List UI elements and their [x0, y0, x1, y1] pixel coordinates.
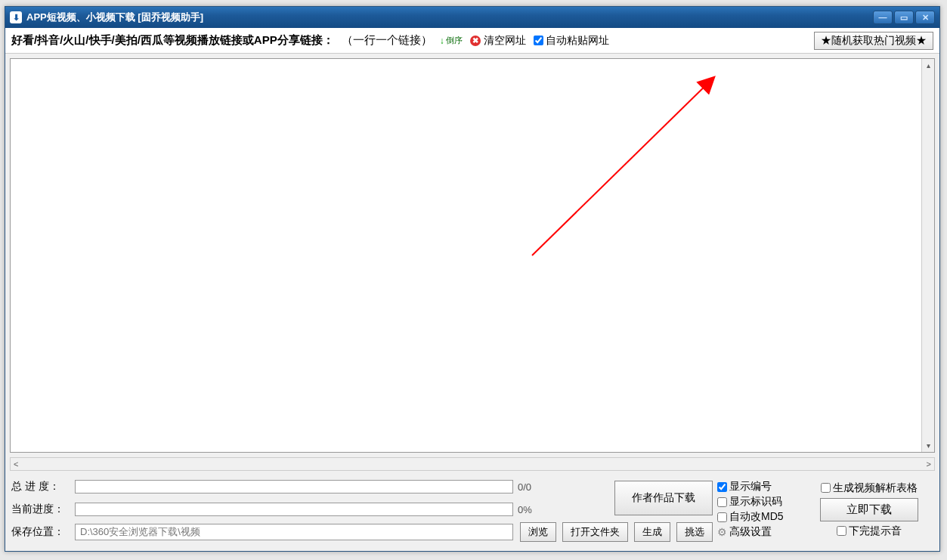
author-download-button[interactable]: 作者作品下载 — [614, 481, 713, 515]
maximize-button[interactable]: ▭ — [894, 11, 914, 24]
generate-button[interactable]: 生成 — [634, 522, 670, 542]
horizontal-scrollbar[interactable]: < > — [10, 457, 935, 471]
current-progress-label: 当前进度： — [11, 503, 70, 516]
advanced-settings-link[interactable]: ⚙ 高级设置 — [717, 525, 800, 539]
show-number-checkbox[interactable]: 显示编号 — [717, 480, 800, 493]
scroll-down-icon[interactable]: ▾ — [922, 439, 934, 452]
auto-paste-checkbox[interactable]: 自动粘贴网址 — [534, 34, 609, 48]
done-sound-checkbox[interactable]: 下完提示音 — [837, 524, 902, 538]
titlebar[interactable]: ⬇ APP短视频、小视频下载 [固乔视频助手] — ▭ ✕ — [5, 7, 939, 28]
auto-md5-input[interactable] — [717, 512, 727, 522]
app-window: ⬇ APP短视频、小视频下载 [固乔视频助手] — ▭ ✕ 好看/抖音/火山/快… — [5, 6, 940, 552]
gear-icon: ⚙ — [717, 526, 727, 538]
browse-button[interactable]: 浏览 — [520, 522, 556, 542]
clear-urls-button[interactable]: ✖ 清空网址 — [470, 34, 526, 48]
save-path-label: 保存位置： — [11, 525, 70, 539]
close-button[interactable]: ✕ — [915, 11, 935, 24]
gen-parse-table-label: 生成视频解析表格 — [833, 481, 918, 495]
scroll-right-icon[interactable]: > — [927, 459, 931, 469]
right-actions: 生成视频解析表格 立即下载 下完提示音 — [805, 481, 933, 538]
show-number-label: 显示编号 — [729, 480, 772, 493]
show-id-code-input[interactable] — [717, 497, 727, 507]
auto-paste-label: 自动粘贴网址 — [546, 34, 609, 48]
auto-md5-checkbox[interactable]: 自动改MD5 — [717, 510, 800, 524]
done-sound-input[interactable] — [837, 526, 846, 536]
url-textarea[interactable]: ▴ ▾ — [10, 58, 935, 453]
scroll-up-icon[interactable]: ▴ — [922, 59, 934, 72]
advanced-settings-label: 高级设置 — [729, 525, 772, 539]
options-group: 显示编号 显示标识码 自动改MD5 ⚙ 高级设置 — [717, 480, 800, 539]
save-path-input[interactable] — [75, 524, 513, 540]
download-now-button[interactable]: 立即下载 — [820, 498, 918, 521]
total-progress-text: 0/0 — [518, 481, 563, 493]
done-sound-label: 下完提示音 — [849, 524, 902, 538]
sort-label: 倒序 — [446, 36, 463, 45]
current-progress-bar — [75, 503, 513, 516]
bottom-panel: 总 进 度： 0/0 作者作品下载 显示编号 显示标识码 自动改MD5 ⚙ 高级… — [5, 474, 939, 551]
show-number-input[interactable] — [717, 482, 727, 492]
scroll-left-icon[interactable]: < — [14, 459, 18, 469]
show-id-code-label: 显示标识码 — [729, 495, 782, 509]
instruction-hint: （一行一个链接） — [342, 33, 432, 48]
annotation-arrow — [509, 74, 736, 263]
total-progress-label: 总 进 度： — [11, 480, 70, 493]
window-title: APP短视频、小视频下载 [固乔视频助手] — [26, 11, 203, 24]
app-icon: ⬇ — [10, 11, 22, 23]
minimize-button[interactable]: — — [873, 11, 893, 24]
sort-button[interactable]: ↓ 倒序 — [440, 36, 463, 46]
gen-parse-table-input[interactable] — [821, 483, 831, 493]
svg-line-0 — [532, 78, 713, 255]
window-controls: — ▭ ✕ — [873, 11, 935, 24]
select-button[interactable]: 挑选 — [676, 522, 713, 542]
arrow-down-icon: ↓ — [440, 36, 444, 46]
auto-paste-input[interactable] — [534, 36, 543, 45]
instruction-label: 好看/抖音/火山/快手/美拍/西瓜等视频播放链接或APP分享链接： — [11, 33, 334, 48]
show-id-code-checkbox[interactable]: 显示标识码 — [717, 495, 800, 509]
random-hot-video-button[interactable]: ★随机获取热门视频★ — [814, 32, 933, 50]
total-progress-bar — [75, 480, 513, 493]
toolbar: 好看/抖音/火山/快手/美拍/西瓜等视频播放链接或APP分享链接： （一行一个链… — [5, 28, 939, 54]
vertical-scrollbar[interactable]: ▴ ▾ — [921, 59, 934, 452]
auto-md5-label: 自动改MD5 — [729, 510, 784, 524]
current-progress-text: 0% — [518, 504, 563, 515]
gen-parse-table-checkbox[interactable]: 生成视频解析表格 — [821, 481, 918, 495]
close-circle-icon: ✖ — [470, 36, 481, 46]
clear-label: 清空网址 — [484, 34, 526, 48]
open-folder-button[interactable]: 打开文件夹 — [562, 522, 628, 542]
